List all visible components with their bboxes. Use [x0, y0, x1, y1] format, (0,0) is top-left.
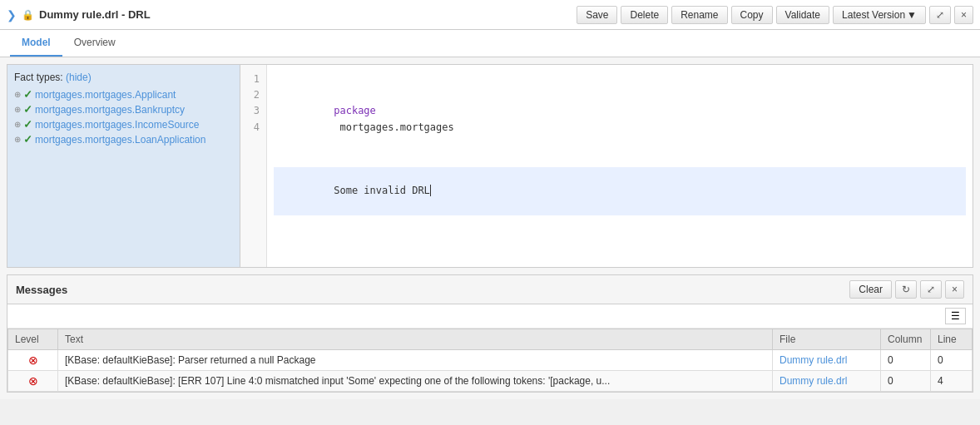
file-link[interactable]: Dummy rule.drl [773, 350, 881, 371]
fact-type-icon: ✓ [23, 103, 32, 116]
fact-type-label: mortgages.mortgages.Applicant [35, 89, 176, 101]
page-title: Dummy rule.drl - DRL [39, 8, 151, 21]
fact-type-label: mortgages.mortgages.Bankruptcy [35, 104, 185, 116]
header-left: ❯ 🔒 Dummy rule.drl - DRL [7, 8, 577, 22]
refresh-button[interactable]: ↻ [895, 280, 917, 299]
line-num-3: 3 [244, 103, 263, 119]
close-button[interactable]: × [954, 6, 973, 24]
col-header-text: Text [58, 329, 773, 350]
error-level-icon: ⊗ [8, 350, 58, 371]
code-line-4: Some invalid DRL [274, 167, 966, 215]
latest-version-label: Latest Version [842, 9, 905, 21]
main-content: Fact types: (hide) ⊕ ✓ mortgages.mortgag… [0, 57, 980, 399]
fact-types-header: Fact types: (hide) [14, 72, 233, 83]
file-link-anchor[interactable]: Dummy rule.drl [780, 354, 847, 366]
table-options-button[interactable]: ☰ [945, 308, 966, 324]
fact-type-icon: ✓ [23, 133, 32, 146]
file-link-anchor[interactable]: Dummy rule.drl [780, 375, 847, 387]
list-item[interactable]: ⊕ ✓ mortgages.mortgages.Bankruptcy [14, 103, 233, 116]
code-editor[interactable]: 1 2 3 4 package mortgages.mortgages Some… [240, 65, 973, 267]
line-num-2: 2 [244, 87, 263, 103]
line-num-1: 1 [244, 72, 263, 87]
column-value: 0 [881, 350, 931, 371]
rename-button[interactable]: Rename [671, 6, 727, 24]
validate-button[interactable]: Validate [776, 6, 829, 24]
messages-section: Messages Clear ↻ ⤢ × ☰ Level Text File C… [7, 274, 973, 393]
fact-type-label: mortgages.mortgages.LoanApplication [35, 134, 205, 146]
latest-version-button[interactable]: Latest Version ▼ [833, 6, 926, 24]
list-item[interactable]: ⊕ ✓ mortgages.mortgages.IncomeSource [14, 118, 233, 131]
copy-button[interactable]: Copy [731, 6, 773, 24]
expand-icon: ⊕ [14, 120, 21, 129]
header-bar: ❯ 🔒 Dummy rule.drl - DRL Save Delete Ren… [0, 0, 980, 30]
messages-close-button[interactable]: × [945, 280, 964, 299]
keyword-package: package [334, 105, 376, 116]
file-link[interactable]: Dummy rule.drl [773, 371, 881, 392]
dropdown-arrow-icon: ▼ [907, 9, 917, 21]
column-value: 0 [881, 371, 931, 392]
tabs-bar: Model Overview [0, 30, 980, 57]
expand-icon: ⊕ [14, 90, 21, 99]
messages-header: Messages Clear ↻ ⤢ × [7, 275, 973, 304]
list-item[interactable]: ⊕ ✓ mortgages.mortgages.LoanApplication [14, 133, 233, 146]
code-line-2: package mortgages.mortgages [274, 87, 966, 151]
lock-icon: 🔒 [22, 9, 34, 21]
messages-title: Messages [16, 284, 67, 296]
chevron-right-icon[interactable]: ❯ [7, 8, 17, 22]
save-button[interactable]: Save [577, 6, 617, 24]
package-name: mortgages.mortgages [334, 121, 454, 133]
editor-area: Fact types: (hide) ⊕ ✓ mortgages.mortgag… [7, 64, 973, 268]
code-content[interactable]: package mortgages.mortgages Some invalid… [267, 65, 973, 267]
clear-button[interactable]: Clear [849, 280, 892, 299]
header-actions: Save Delete Rename Copy Validate Latest … [577, 6, 973, 24]
invalid-drl-text: Some invalid DRL [334, 185, 430, 196]
delete-button[interactable]: Delete [621, 6, 668, 24]
code-line-1 [274, 72, 966, 87]
table-row: ⊗ [KBase: defaultKieBase]: Parser return… [8, 350, 973, 371]
line-value: 4 [931, 371, 973, 392]
col-header-column: Column [881, 329, 931, 350]
list-item[interactable]: ⊕ ✓ mortgages.mortgages.Applicant [14, 88, 233, 101]
fact-type-icon: ✓ [23, 88, 32, 101]
messages-expand-button[interactable]: ⤢ [920, 280, 942, 299]
message-text: [KBase: defaultKieBase]: Parser returned… [58, 350, 773, 371]
col-header-level: Level [8, 329, 58, 350]
expand-button[interactable]: ⤢ [929, 6, 951, 24]
code-line-3 [274, 151, 966, 167]
hide-link[interactable]: (hide) [66, 72, 92, 83]
line-numbers: 1 2 3 4 [240, 65, 267, 267]
table-row: ⊗ [KBase: defaultKieBase]: [ERR 107] Lin… [8, 371, 973, 392]
error-level-icon: ⊗ [8, 371, 58, 392]
tab-overview[interactable]: Overview [62, 30, 127, 57]
col-header-file: File [773, 329, 881, 350]
line-value: 0 [931, 350, 973, 371]
messages-actions: Clear ↻ ⤢ × [849, 280, 964, 299]
expand-icon: ⊕ [14, 105, 21, 114]
tab-model[interactable]: Model [10, 30, 62, 57]
fact-type-label: mortgages.mortgages.IncomeSource [35, 119, 199, 131]
fact-type-icon: ✓ [23, 118, 32, 131]
expand-icon: ⊕ [14, 135, 21, 144]
messages-toolbar: ☰ [7, 304, 973, 329]
table-header-row: Level Text File Column Line [8, 329, 973, 350]
fact-types-panel: Fact types: (hide) ⊕ ✓ mortgages.mortgag… [7, 65, 240, 267]
message-text: [KBase: defaultKieBase]: [ERR 107] Line … [58, 371, 773, 392]
messages-table: Level Text File Column Line ⊗ [KBase: de… [7, 329, 973, 392]
line-num-4: 4 [244, 120, 263, 136]
cursor [430, 185, 431, 196]
col-header-line: Line [931, 329, 973, 350]
